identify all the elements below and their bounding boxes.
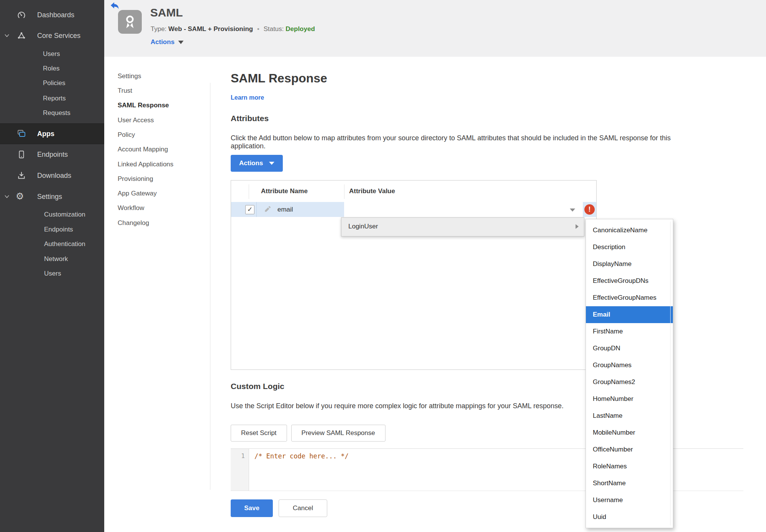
- menu-item-effectivegroupdns[interactable]: EffectiveGroupDNs: [586, 273, 673, 289]
- subnav-item-policy[interactable]: Policy: [118, 131, 204, 141]
- sidebar-item-core-services[interactable]: Core Services: [0, 30, 104, 41]
- menu-item-username[interactable]: Username: [586, 492, 673, 509]
- learn-more-link[interactable]: Learn more: [231, 94, 264, 101]
- menu-item-mobilenumber[interactable]: MobileNumber: [586, 424, 673, 441]
- save-button[interactable]: Save: [231, 499, 273, 517]
- menu-item-groupnames2[interactable]: GroupNames2: [586, 374, 673, 391]
- attributes-description: Click the Add button below to map attrib…: [231, 134, 675, 150]
- core-services-icon: [17, 31, 26, 40]
- menu-item-firstname[interactable]: FirstName: [586, 323, 673, 340]
- subnav-item-account-mapping[interactable]: Account Mapping: [118, 146, 204, 156]
- attribute-value-dropdown[interactable]: [344, 202, 583, 217]
- menu-item-lastname[interactable]: LastName: [586, 407, 673, 424]
- column-header-attribute-name: Attribute Name: [261, 187, 308, 195]
- custom-logic-description: Use the Script Editor below if you requi…: [231, 402, 591, 410]
- meta-separator: •: [255, 25, 262, 33]
- subnav-item-saml-response[interactable]: SAML Response: [118, 102, 204, 112]
- sidebar-item-label: Requests: [43, 109, 71, 117]
- column-header-attribute-value: Attribute Value: [349, 187, 395, 195]
- sidebar-item-label: Settings: [37, 193, 62, 201]
- page-header: SAML Type: Web - SAML + Provisioning • S…: [104, 0, 766, 57]
- header-actions-menu[interactable]: Actions: [151, 38, 184, 46]
- apps-icon: [17, 129, 26, 138]
- attributes-actions-button[interactable]: Actions: [231, 155, 283, 172]
- sidebar-item-endpoints[interactable]: Endpoints: [0, 149, 104, 160]
- editor-code[interactable]: /* Enter code here... */: [254, 452, 349, 460]
- caret-down-icon: [570, 209, 575, 212]
- sidebar-item-label: Network: [44, 255, 68, 263]
- menu-item-homenumber[interactable]: HomeNumber: [586, 391, 673, 407]
- chevron-down-icon[interactable]: [4, 33, 10, 39]
- menu-item-uuid[interactable]: Uuid: [586, 509, 673, 525]
- pencil-icon[interactable]: [264, 205, 271, 213]
- menu-item-groupdn[interactable]: GroupDN: [586, 340, 673, 357]
- subnav-item-user-access[interactable]: User Access: [118, 117, 204, 126]
- cell-divider: [256, 202, 257, 217]
- cancel-button[interactable]: Cancel: [279, 499, 327, 517]
- back-arrow-icon[interactable]: [110, 2, 120, 10]
- reset-script-button[interactable]: Reset Script: [231, 425, 287, 442]
- menu-item-displayname[interactable]: DisplayName: [586, 256, 673, 273]
- sidebar-item-reports[interactable]: Reports: [0, 93, 104, 104]
- menu-item-effectivegroupnames[interactable]: EffectiveGroupNames: [586, 289, 673, 306]
- sidebar-item-users[interactable]: Users: [0, 48, 104, 60]
- dropdown-item-loginuser[interactable]: LoginUser: [341, 217, 584, 236]
- nav-content-divider: [210, 83, 210, 490]
- app-title: SAML: [150, 6, 183, 19]
- attribute-name-value: email: [277, 202, 293, 217]
- actions-label: Actions: [151, 38, 174, 46]
- sidebar-item-settings-endpoints[interactable]: Endpoints: [0, 224, 104, 235]
- sidebar-item-settings-users[interactable]: Users: [0, 268, 104, 279]
- subnav-item-provisioning[interactable]: Provisioning: [118, 175, 204, 185]
- editor-gutter: 1: [231, 449, 249, 491]
- sidebar-item-requests[interactable]: Requests: [0, 107, 104, 119]
- subnav-item-workflow[interactable]: Workflow: [118, 204, 204, 214]
- subnav-item-app-gateway[interactable]: App Gateway: [118, 190, 204, 200]
- sidebar-item-label: Endpoints: [37, 151, 68, 159]
- chevron-down-icon[interactable]: [4, 194, 10, 200]
- sidebar-item-authentication[interactable]: Authentication: [0, 238, 104, 250]
- sidebar-item-policies[interactable]: Policies: [0, 77, 104, 89]
- menu-item-canonicalizename[interactable]: CanonicalizeName: [586, 222, 673, 239]
- column-divider: [249, 184, 249, 199]
- menu-item-officenumber[interactable]: OfficeNumber: [586, 441, 673, 458]
- status-badge: Deployed: [285, 25, 315, 33]
- sidebar-item-label: Endpoints: [44, 226, 73, 233]
- sidebar-item-label: Customization: [44, 211, 85, 218]
- subnav-item-linked-applications[interactable]: Linked Applications: [118, 161, 204, 171]
- sidebar-item-dashboards[interactable]: Dashboards: [0, 9, 104, 21]
- menu-item-rolenames[interactable]: RoleNames: [586, 458, 673, 475]
- menu-item-description[interactable]: Description: [586, 239, 673, 256]
- subnav-item-changelog[interactable]: Changelog: [118, 219, 204, 229]
- sidebar-item-apps[interactable]: Apps: [0, 123, 104, 144]
- sidebar-item-label: Users: [43, 50, 60, 58]
- sidebar-item-customization[interactable]: Customization: [0, 209, 104, 220]
- table-row[interactable]: ✓ email !: [231, 202, 596, 217]
- status-label: Status:: [264, 25, 284, 33]
- subnav-item-trust[interactable]: Trust: [118, 87, 204, 97]
- gear-icon: ⚙: [16, 191, 24, 201]
- sidebar: Dashboards Core Services Users Roles Pol…: [0, 0, 104, 532]
- menu-item-shortname[interactable]: ShortName: [586, 475, 673, 492]
- menu-item-groupnames[interactable]: GroupNames: [586, 357, 673, 374]
- subnav-item-settings[interactable]: Settings: [118, 72, 204, 82]
- sidebar-item-label: Core Services: [37, 32, 80, 40]
- sidebar-item-roles[interactable]: Roles: [0, 63, 104, 74]
- sidebar-item-network[interactable]: Network: [0, 253, 104, 265]
- column-divider: [344, 184, 344, 199]
- caret-down-icon: [178, 41, 184, 44]
- row-checkbox[interactable]: ✓: [245, 205, 254, 214]
- preview-saml-response-button[interactable]: Preview SAML Response: [291, 425, 385, 442]
- type-value: Web - SAML + Provisioning: [168, 25, 253, 33]
- type-label: Type:: [151, 25, 167, 33]
- sidebar-item-label: Downloads: [37, 172, 71, 180]
- sidebar-item-settings[interactable]: ⚙ Settings: [0, 191, 104, 202]
- sidebar-item-label: Users: [44, 270, 61, 277]
- sidebar-item-label: Apps: [37, 130, 54, 138]
- line-number: 1: [241, 452, 245, 460]
- sidebar-item-downloads[interactable]: Downloads: [0, 170, 104, 181]
- sidebar-item-label: Dashboards: [37, 11, 74, 19]
- certificate-icon: [118, 10, 142, 34]
- app-meta: Type: Web - SAML + Provisioning • Status…: [151, 25, 315, 33]
- menu-item-email[interactable]: Email: [586, 306, 673, 323]
